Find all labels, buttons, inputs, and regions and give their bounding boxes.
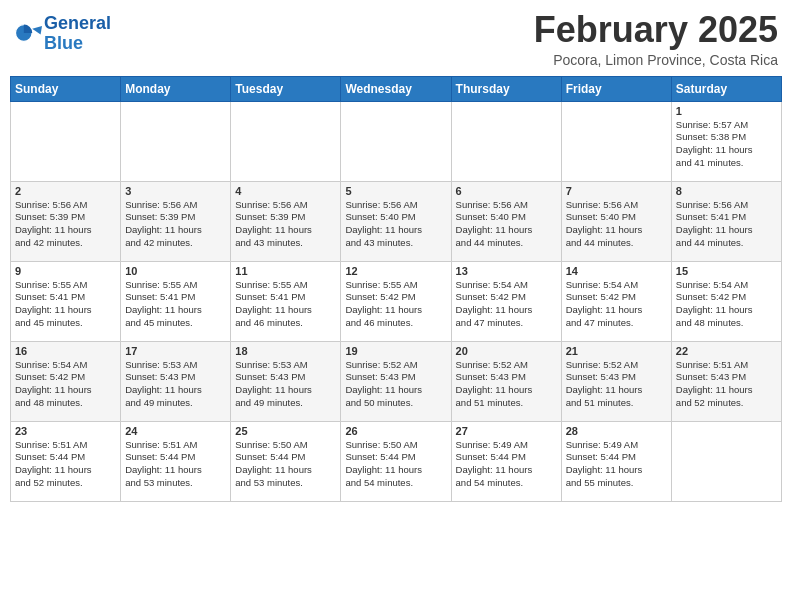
day-info: Sunrise: 5:56 AM Sunset: 5:39 PM Dayligh…: [15, 199, 116, 250]
day-number: 1: [676, 105, 777, 117]
day-info: Sunrise: 5:55 AM Sunset: 5:41 PM Dayligh…: [235, 279, 336, 330]
page-header: General Blue February 2025 Pocora, Limon…: [10, 10, 782, 68]
day-info: Sunrise: 5:54 AM Sunset: 5:42 PM Dayligh…: [676, 279, 777, 330]
week-row-3: 9Sunrise: 5:55 AM Sunset: 5:41 PM Daylig…: [11, 261, 782, 341]
day-info: Sunrise: 5:54 AM Sunset: 5:42 PM Dayligh…: [566, 279, 667, 330]
day-info: Sunrise: 5:55 AM Sunset: 5:41 PM Dayligh…: [125, 279, 226, 330]
day-info: Sunrise: 5:56 AM Sunset: 5:41 PM Dayligh…: [676, 199, 777, 250]
day-number: 27: [456, 425, 557, 437]
day-info: Sunrise: 5:56 AM Sunset: 5:39 PM Dayligh…: [125, 199, 226, 250]
day-info: Sunrise: 5:53 AM Sunset: 5:43 PM Dayligh…: [125, 359, 226, 410]
calendar-cell: 10Sunrise: 5:55 AM Sunset: 5:41 PM Dayli…: [121, 261, 231, 341]
week-row-2: 2Sunrise: 5:56 AM Sunset: 5:39 PM Daylig…: [11, 181, 782, 261]
calendar-cell: [561, 101, 671, 181]
day-info: Sunrise: 5:55 AM Sunset: 5:42 PM Dayligh…: [345, 279, 446, 330]
day-info: Sunrise: 5:56 AM Sunset: 5:40 PM Dayligh…: [345, 199, 446, 250]
calendar-cell: 11Sunrise: 5:55 AM Sunset: 5:41 PM Dayli…: [231, 261, 341, 341]
day-number: 14: [566, 265, 667, 277]
weekday-header-monday: Monday: [121, 76, 231, 101]
logo-text: General Blue: [44, 14, 111, 54]
calendar-cell: 24Sunrise: 5:51 AM Sunset: 5:44 PM Dayli…: [121, 421, 231, 501]
calendar-cell: 4Sunrise: 5:56 AM Sunset: 5:39 PM Daylig…: [231, 181, 341, 261]
day-number: 2: [15, 185, 116, 197]
logo-line1: General: [44, 13, 111, 33]
day-info: Sunrise: 5:49 AM Sunset: 5:44 PM Dayligh…: [566, 439, 667, 490]
day-number: 16: [15, 345, 116, 357]
calendar-cell: 14Sunrise: 5:54 AM Sunset: 5:42 PM Dayli…: [561, 261, 671, 341]
day-number: 17: [125, 345, 226, 357]
day-number: 7: [566, 185, 667, 197]
day-info: Sunrise: 5:52 AM Sunset: 5:43 PM Dayligh…: [566, 359, 667, 410]
day-number: 6: [456, 185, 557, 197]
day-info: Sunrise: 5:51 AM Sunset: 5:44 PM Dayligh…: [125, 439, 226, 490]
calendar-cell: 20Sunrise: 5:52 AM Sunset: 5:43 PM Dayli…: [451, 341, 561, 421]
day-number: 3: [125, 185, 226, 197]
calendar-cell: 12Sunrise: 5:55 AM Sunset: 5:42 PM Dayli…: [341, 261, 451, 341]
month-title: February 2025: [534, 10, 778, 50]
weekday-header-saturday: Saturday: [671, 76, 781, 101]
calendar-cell: 3Sunrise: 5:56 AM Sunset: 5:39 PM Daylig…: [121, 181, 231, 261]
calendar-cell: [231, 101, 341, 181]
svg-marker-2: [32, 26, 42, 34]
calendar-cell: 1Sunrise: 5:57 AM Sunset: 5:38 PM Daylig…: [671, 101, 781, 181]
calendar-cell: 28Sunrise: 5:49 AM Sunset: 5:44 PM Dayli…: [561, 421, 671, 501]
day-number: 19: [345, 345, 446, 357]
title-block: February 2025 Pocora, Limon Province, Co…: [534, 10, 778, 68]
calendar-cell: 26Sunrise: 5:50 AM Sunset: 5:44 PM Dayli…: [341, 421, 451, 501]
day-info: Sunrise: 5:52 AM Sunset: 5:43 PM Dayligh…: [456, 359, 557, 410]
day-info: Sunrise: 5:50 AM Sunset: 5:44 PM Dayligh…: [235, 439, 336, 490]
calendar-cell: [341, 101, 451, 181]
day-info: Sunrise: 5:49 AM Sunset: 5:44 PM Dayligh…: [456, 439, 557, 490]
calendar-cell: 16Sunrise: 5:54 AM Sunset: 5:42 PM Dayli…: [11, 341, 121, 421]
week-row-1: 1Sunrise: 5:57 AM Sunset: 5:38 PM Daylig…: [11, 101, 782, 181]
logo-line2: Blue: [44, 33, 83, 53]
logo: General Blue: [14, 14, 111, 54]
day-info: Sunrise: 5:56 AM Sunset: 5:40 PM Dayligh…: [566, 199, 667, 250]
day-number: 23: [15, 425, 116, 437]
calendar-cell: 22Sunrise: 5:51 AM Sunset: 5:43 PM Dayli…: [671, 341, 781, 421]
day-number: 21: [566, 345, 667, 357]
calendar-cell: 6Sunrise: 5:56 AM Sunset: 5:40 PM Daylig…: [451, 181, 561, 261]
day-number: 8: [676, 185, 777, 197]
week-row-4: 16Sunrise: 5:54 AM Sunset: 5:42 PM Dayli…: [11, 341, 782, 421]
day-info: Sunrise: 5:56 AM Sunset: 5:40 PM Dayligh…: [456, 199, 557, 250]
day-number: 28: [566, 425, 667, 437]
calendar-cell: 25Sunrise: 5:50 AM Sunset: 5:44 PM Dayli…: [231, 421, 341, 501]
day-number: 15: [676, 265, 777, 277]
week-row-5: 23Sunrise: 5:51 AM Sunset: 5:44 PM Dayli…: [11, 421, 782, 501]
logo-icon: [14, 19, 42, 47]
calendar-cell: [451, 101, 561, 181]
day-info: Sunrise: 5:53 AM Sunset: 5:43 PM Dayligh…: [235, 359, 336, 410]
day-number: 11: [235, 265, 336, 277]
calendar-cell: 7Sunrise: 5:56 AM Sunset: 5:40 PM Daylig…: [561, 181, 671, 261]
day-info: Sunrise: 5:51 AM Sunset: 5:43 PM Dayligh…: [676, 359, 777, 410]
day-number: 10: [125, 265, 226, 277]
calendar-cell: 13Sunrise: 5:54 AM Sunset: 5:42 PM Dayli…: [451, 261, 561, 341]
calendar-cell: 19Sunrise: 5:52 AM Sunset: 5:43 PM Dayli…: [341, 341, 451, 421]
calendar-cell: [11, 101, 121, 181]
calendar-cell: [121, 101, 231, 181]
day-info: Sunrise: 5:50 AM Sunset: 5:44 PM Dayligh…: [345, 439, 446, 490]
day-number: 4: [235, 185, 336, 197]
calendar-cell: 15Sunrise: 5:54 AM Sunset: 5:42 PM Dayli…: [671, 261, 781, 341]
weekday-header-row: SundayMondayTuesdayWednesdayThursdayFrid…: [11, 76, 782, 101]
calendar-cell: 21Sunrise: 5:52 AM Sunset: 5:43 PM Dayli…: [561, 341, 671, 421]
day-number: 20: [456, 345, 557, 357]
day-number: 18: [235, 345, 336, 357]
calendar-cell: 8Sunrise: 5:56 AM Sunset: 5:41 PM Daylig…: [671, 181, 781, 261]
day-info: Sunrise: 5:54 AM Sunset: 5:42 PM Dayligh…: [15, 359, 116, 410]
weekday-header-thursday: Thursday: [451, 76, 561, 101]
weekday-header-friday: Friday: [561, 76, 671, 101]
calendar-cell: 23Sunrise: 5:51 AM Sunset: 5:44 PM Dayli…: [11, 421, 121, 501]
day-number: 12: [345, 265, 446, 277]
location: Pocora, Limon Province, Costa Rica: [534, 52, 778, 68]
weekday-header-wednesday: Wednesday: [341, 76, 451, 101]
calendar-cell: 2Sunrise: 5:56 AM Sunset: 5:39 PM Daylig…: [11, 181, 121, 261]
day-number: 5: [345, 185, 446, 197]
day-number: 25: [235, 425, 336, 437]
day-number: 24: [125, 425, 226, 437]
day-info: Sunrise: 5:56 AM Sunset: 5:39 PM Dayligh…: [235, 199, 336, 250]
day-number: 9: [15, 265, 116, 277]
day-number: 22: [676, 345, 777, 357]
weekday-header-sunday: Sunday: [11, 76, 121, 101]
